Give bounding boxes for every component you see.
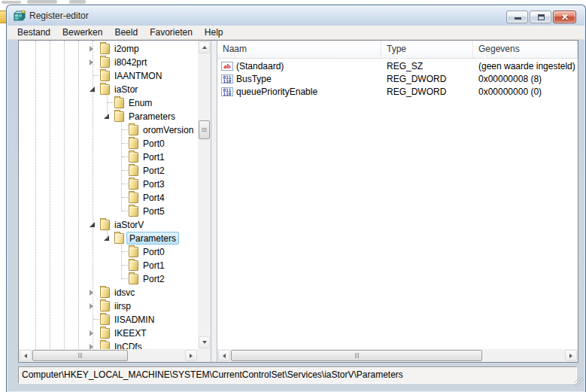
scroll-right-button[interactable]	[565, 350, 577, 361]
tree-item-label[interactable]: IAANTMON	[112, 70, 164, 82]
tree-item-IAANTMON[interactable]: IAANTMON	[19, 69, 198, 83]
tree-item-iaStor[interactable]: iaStor	[19, 83, 198, 96]
expand-icon[interactable]	[90, 330, 93, 336]
arrow-left-icon	[223, 354, 226, 358]
tree-item-label[interactable]: IISADMIN	[112, 314, 156, 326]
titlebar[interactable]: Register-editor	[8, 6, 584, 26]
resize-grip-icon[interactable]	[574, 377, 584, 387]
tree-item-label[interactable]: Port1	[141, 151, 167, 163]
minimize-button[interactable]	[506, 11, 528, 23]
value-type: REG_DWORD	[381, 87, 473, 97]
close-button[interactable]	[553, 11, 576, 23]
value-data: (geen waarde ingesteld)	[473, 61, 578, 71]
folder-icon	[100, 315, 110, 325]
tree-item-oromVersion[interactable]: oromVersion	[19, 123, 198, 137]
tree-item-label[interactable]: Parameters	[126, 111, 178, 123]
tree-item-label[interactable]: oromVersion	[141, 124, 196, 136]
menu-item-bestand[interactable]: Bestand	[11, 26, 56, 39]
tree-item-label[interactable]: iirsp	[112, 300, 133, 312]
tree-item-label[interactable]: Port3	[141, 178, 167, 190]
folder-icon	[100, 84, 110, 95]
dword-value-icon: 011110	[221, 87, 233, 96]
list-row[interactable]: 011110BusTypeREG_DWORD0x00000008 (8)	[217, 72, 578, 85]
column-header-gegevens[interactable]: Gegevens	[473, 41, 578, 58]
value-data: 0x00000000 (0)	[473, 87, 578, 97]
close-icon	[560, 13, 569, 21]
tree-item-Port0[interactable]: Port0	[19, 245, 198, 259]
expand-icon[interactable]	[90, 46, 93, 52]
menu-item-help[interactable]: Help	[199, 26, 229, 39]
tree-item-label[interactable]: Port0	[141, 246, 167, 258]
registry-tree[interactable]: i2ompi8042prtIAANTMONiaStorEnumParameter…	[19, 41, 198, 349]
tree-item-iaStorV[interactable]: iaStorV	[19, 218, 198, 232]
scrollbar-thumb[interactable]	[32, 350, 128, 361]
folder-icon	[129, 138, 138, 149]
tree-item-Parameters[interactable]: Parameters	[19, 110, 198, 123]
tree-item-label[interactable]: Port5	[141, 205, 167, 217]
tree-item-Port2[interactable]: Port2	[19, 272, 198, 286]
list-horizontal-scrollbar[interactable]	[217, 349, 578, 362]
tree-item-label[interactable]: Port2	[141, 165, 167, 177]
collapse-icon[interactable]	[90, 87, 95, 92]
tree-item-Port1[interactable]: Port1	[19, 259, 198, 272]
tree-item-i8042prt[interactable]: i8042prt	[19, 56, 198, 69]
scroll-down-button[interactable]	[199, 336, 210, 348]
tree-guide	[107, 229, 108, 239]
scrollbar-thumb[interactable]	[199, 120, 210, 139]
tree-item-idsvc[interactable]: idsvc	[19, 286, 198, 299]
tree-item-IISADMIN[interactable]: IISADMIN	[19, 313, 198, 327]
folder-icon	[100, 287, 110, 298]
tree-item-label[interactable]: iaStorV	[112, 219, 146, 231]
list-row[interactable]: ab(Standaard)REG_SZ(geen waarde ingestel…	[217, 59, 578, 72]
tree-item-label[interactable]: InCDfs	[112, 341, 144, 349]
tree-item-Port5[interactable]: Port5	[19, 205, 198, 218]
tree-vertical-scrollbar[interactable]	[198, 41, 211, 349]
scrollbar-thumb[interactable]	[231, 350, 482, 361]
tree-item-Parameters[interactable]: Parameters	[19, 232, 198, 245]
tree-item-label[interactable]: Enum	[126, 97, 154, 109]
column-header-type[interactable]: Type	[381, 41, 473, 58]
expand-icon[interactable]	[90, 290, 93, 296]
tree-item-label[interactable]: iaStor	[112, 84, 140, 96]
tree-item-Port0[interactable]: Port0	[19, 137, 198, 150]
menu-item-beeld[interactable]: Beeld	[108, 26, 144, 39]
maximize-button[interactable]	[530, 11, 551, 23]
expand-icon[interactable]	[90, 303, 93, 309]
tree-item-label[interactable]: Port0	[141, 138, 167, 150]
tree-item-i2omp[interactable]: i2omp	[19, 42, 198, 56]
scroll-left-button[interactable]	[20, 350, 32, 361]
tree-item-label[interactable]: Port2	[141, 273, 167, 285]
statusbar: Computer\HKEY_LOCAL_MACHINE\SYSTEM\Curre…	[8, 363, 584, 387]
registry-editor-window: Register-editor BestandBewerkenBeeldFavo…	[6, 5, 586, 392]
tree-item-label[interactable]: Port4	[141, 192, 167, 204]
tree-item-Enum[interactable]: Enum	[19, 96, 198, 110]
tree-item-label[interactable]: i8042prt	[112, 56, 149, 68]
expand-icon[interactable]	[90, 344, 93, 349]
folder-icon	[129, 260, 138, 271]
scroll-up-button[interactable]	[199, 41, 210, 53]
tree-item-label[interactable]: idsvc	[112, 287, 137, 299]
tree-item-Port3[interactable]: Port3	[19, 178, 198, 191]
tree-item-label[interactable]: IKEEXT	[112, 327, 149, 339]
tree-horizontal-scrollbar[interactable]	[19, 349, 198, 362]
tree-item-IKEEXT[interactable]: IKEEXT	[19, 327, 198, 340]
expand-icon[interactable]	[90, 59, 93, 65]
tree-item-Port2[interactable]: Port2	[19, 164, 198, 178]
tree-item-label[interactable]: i2omp	[112, 43, 141, 55]
tree-item-label[interactable]: Port1	[141, 260, 167, 272]
tree-item-Port4[interactable]: Port4	[19, 191, 198, 205]
list-row[interactable]: 011110queuePriorityEnableREG_DWORD0x0000…	[217, 85, 578, 98]
menu-item-bewerken[interactable]: Bewerken	[56, 26, 108, 39]
folder-icon	[100, 301, 110, 311]
folder-icon	[129, 193, 138, 203]
menu-item-favorieten[interactable]: Favorieten	[144, 26, 199, 39]
column-header-naam[interactable]: Naam	[217, 41, 381, 58]
values-list[interactable]: ab(Standaard)REG_SZ(geen waarde ingestel…	[217, 59, 578, 98]
tree-item-Port1[interactable]: Port1	[19, 150, 198, 164]
collapse-icon[interactable]	[90, 222, 95, 227]
scroll-left-button[interactable]	[218, 350, 230, 361]
tree-item-iirsp[interactable]: iirsp	[19, 299, 198, 313]
tree-item-InCDfs[interactable]: InCDfs	[19, 340, 198, 349]
scroll-right-button[interactable]	[185, 350, 197, 361]
tree-item-label[interactable]: Parameters	[126, 232, 179, 245]
